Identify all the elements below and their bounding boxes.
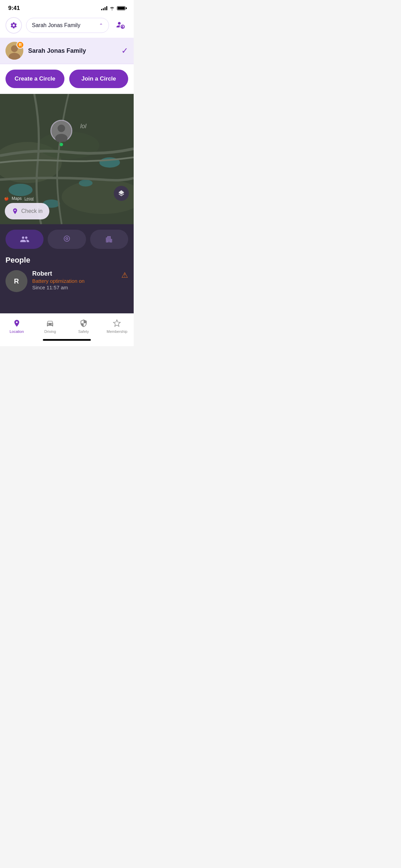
gear-icon — [10, 22, 17, 29]
nav-membership[interactable]: Membership — [100, 317, 134, 336]
driving-nav-icon — [45, 318, 55, 328]
avatar-container: R — [5, 42, 23, 60]
join-circle-button[interactable]: Join a Circle — [69, 70, 128, 88]
svg-point-9 — [9, 184, 33, 196]
top-nav: Sarah Jonas Family ⌃ — [0, 14, 134, 38]
nav-location[interactable]: Location — [0, 317, 34, 336]
membership-nav-icon — [112, 318, 122, 328]
tab-people[interactable] — [5, 230, 44, 249]
location-nav-icon — [12, 318, 22, 328]
map-text-label: lol — [80, 123, 86, 130]
checkin-pin-icon — [12, 208, 19, 215]
bottom-navigation: Location Driving Safety Membership — [0, 313, 134, 336]
bottom-tabs — [5, 230, 128, 249]
robert-name: Robert — [32, 270, 117, 277]
status-icons — [101, 6, 125, 10]
legal-link[interactable]: Legal — [24, 196, 34, 201]
settings-button[interactable] — [5, 17, 22, 34]
circle-selector[interactable]: Sarah Jonas Family ⌃ — [26, 18, 109, 33]
map-person-pin — [50, 120, 72, 146]
circle-item: R Sarah Jonas Family — [5, 42, 86, 60]
robert-info: Robert Battery optimization on Since 11:… — [32, 270, 117, 290]
action-buttons-bar: Create a Circle Join a Circle — [0, 64, 134, 94]
circle-dropdown-name: Sarah Jonas Family — [28, 47, 86, 55]
battery-icon — [117, 6, 125, 10]
location-nav-label: Location — [10, 329, 24, 334]
signal-icon — [101, 6, 107, 10]
selected-checkmark-icon: ✓ — [121, 46, 128, 56]
circle-dropdown[interactable]: R Sarah Jonas Family ✓ — [0, 38, 134, 64]
robert-avatar: R — [5, 270, 27, 292]
people-section: People R Robert Battery optimization on … — [5, 256, 128, 292]
map-area: lol 🍎 Maps Legal Check in — [0, 94, 134, 224]
svg-point-10 — [79, 180, 93, 186]
checkin-button[interactable]: Check in — [5, 203, 49, 219]
add-person-icon — [115, 21, 126, 30]
map-attribution: 🍎 Maps Legal — [4, 196, 34, 201]
nav-safety[interactable]: Safety — [67, 317, 100, 336]
people-icon — [20, 234, 29, 244]
map-avatar — [50, 120, 72, 142]
add-member-button[interactable] — [113, 18, 128, 33]
wifi-icon — [109, 6, 115, 10]
chevron-up-icon: ⌃ — [99, 23, 103, 28]
tab-places[interactable] — [90, 230, 128, 249]
tab-driver[interactable] — [48, 230, 86, 249]
circle-selector-name: Sarah Jonas Family — [32, 22, 80, 28]
layers-button[interactable] — [114, 186, 129, 201]
create-circle-button[interactable]: Create a Circle — [5, 70, 64, 88]
home-indicator — [0, 336, 134, 346]
bottom-panel: People R Robert Battery optimization on … — [0, 224, 134, 313]
status-bar: 9:41 — [0, 0, 134, 14]
safety-nav-icon — [79, 318, 88, 328]
phone-wave-icon — [63, 235, 71, 243]
building-icon — [105, 235, 113, 243]
people-title: People — [5, 256, 128, 265]
svg-point-12 — [58, 124, 65, 132]
robert-status: Battery optimization on — [32, 278, 117, 284]
layers-icon — [118, 190, 125, 197]
safety-nav-label: Safety — [78, 329, 89, 334]
map-pin-dot — [60, 143, 63, 146]
warning-icon: ⚠ — [121, 271, 128, 280]
person-card-robert[interactable]: R Robert Battery optimization on Since 1… — [5, 270, 128, 292]
maps-logo: Maps — [12, 196, 22, 201]
avatar-badge: R — [16, 41, 24, 49]
driving-nav-label: Driving — [44, 329, 56, 334]
membership-nav-label: Membership — [107, 329, 127, 334]
robert-time: Since 11:57 am — [32, 285, 117, 290]
home-bar — [43, 339, 91, 341]
status-time: 9:41 — [8, 5, 20, 12]
nav-driving[interactable]: Driving — [34, 317, 67, 336]
checkin-label: Check in — [21, 208, 42, 214]
